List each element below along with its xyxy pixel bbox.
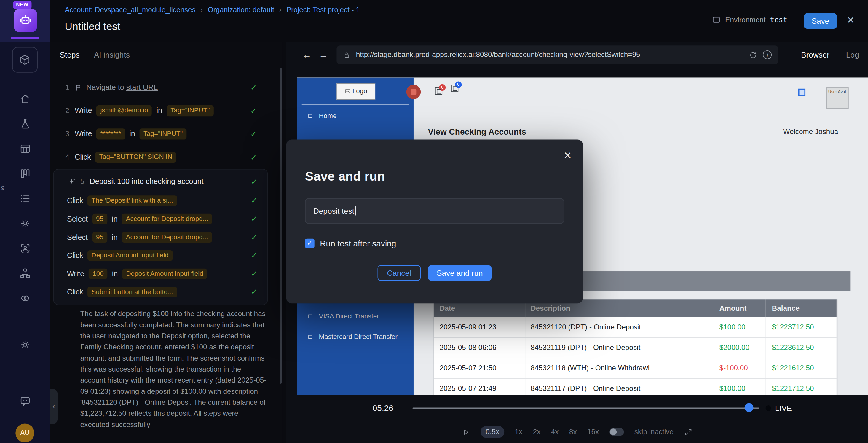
- sidebar-item-experiments[interactable]: [12, 112, 38, 135]
- environment-selector[interactable]: Environment test: [712, 16, 787, 25]
- start-url-link[interactable]: start URL: [126, 83, 158, 92]
- flag-icon: [75, 84, 82, 91]
- bullet-icon: [308, 335, 312, 339]
- table-row: 2025-05-08 06:06845321119 (DPT) - Online…: [434, 338, 837, 358]
- environment-value: test: [770, 16, 787, 25]
- step-row[interactable]: 4ClickTag="BUTTON" SIGN IN✓: [50, 147, 282, 168]
- run-after-saving-checkbox[interactable]: ✓: [305, 239, 314, 248]
- blue-square-icon[interactable]: [798, 89, 805, 96]
- tab-browser[interactable]: Browser: [801, 50, 830, 60]
- table-cell: $100.00: [714, 379, 766, 395]
- sidebar-item-admin-settings[interactable]: [12, 333, 38, 356]
- save-button[interactable]: Save: [804, 13, 837, 29]
- timeline-thumb[interactable]: [745, 403, 753, 412]
- reload-icon[interactable]: [749, 51, 757, 59]
- panel-collapse-handle[interactable]: ‹: [50, 389, 58, 424]
- step-row[interactable]: ClickThe 'Deposit' link with a si...✓: [54, 191, 268, 210]
- save-and-run-button[interactable]: Save and run: [428, 265, 492, 281]
- expand-icon[interactable]: [684, 428, 692, 436]
- tab-ai-insights[interactable]: AI insights: [94, 50, 130, 60]
- speed-option[interactable]: 1x: [515, 427, 523, 437]
- url-bar[interactable]: http://stage.dbank.prod-apps.relicx.ai:8…: [337, 46, 778, 64]
- breadcrumb-link-project[interactable]: Project: Test project - 1: [286, 6, 360, 15]
- step-row[interactable]: Select95inAccount for Deposit dropd...✓: [54, 228, 268, 246]
- flask-icon: [19, 118, 31, 129]
- sidebar-item-home[interactable]: [12, 87, 38, 110]
- step-target-badge: Tag="BUTTON" SIGN IN: [95, 152, 176, 163]
- sidebar-item-modules[interactable]: [12, 47, 38, 72]
- stop-recording-button[interactable]: [406, 85, 421, 99]
- app-logo[interactable]: [14, 9, 37, 32]
- speed-option[interactable]: 0.5x: [481, 425, 504, 438]
- steps-scrollbar[interactable]: [280, 68, 282, 384]
- step-success-check-icon: ✓: [250, 152, 257, 162]
- sidebar-item-runs[interactable]: [12, 187, 38, 209]
- step-row[interactable]: ClickDeposit Amount input field✓: [54, 246, 268, 265]
- table-row: 2025-05-07 21:49845321117 (DPT) - Online…: [434, 379, 837, 395]
- skip-inactive-toggle[interactable]: [610, 428, 624, 436]
- bank-table-header-cell: Amount: [714, 299, 766, 317]
- step-row[interactable]: Select95inAccount for Deposit dropd...✓: [54, 210, 268, 228]
- bank-nav-home[interactable]: Home: [308, 112, 337, 120]
- forward-icon[interactable]: →: [319, 49, 329, 61]
- play-icon[interactable]: [462, 428, 470, 436]
- breadcrumb-link-account[interactable]: Account: Devspace_all_module_licenses: [65, 6, 195, 15]
- user-scan-icon: [19, 242, 31, 254]
- bank-nav-visa-transfer[interactable]: VISA Direct Transfer: [308, 312, 379, 321]
- step-group-header[interactable]: 5Deposit 100 into checking account✓: [54, 172, 268, 191]
- step-action-word: Click: [67, 196, 83, 206]
- step-row[interactable]: Write100inDeposit Amount input field✓: [54, 265, 268, 283]
- step-group: 5Deposit 100 into checking account✓Click…: [53, 169, 268, 305]
- sidebar-item-boards[interactable]: [12, 162, 38, 184]
- step-action-word: Click: [67, 250, 83, 260]
- sidebar-item-support[interactable]: [12, 390, 38, 412]
- toggle-knob: [610, 429, 617, 435]
- step-success-check-icon: ✓: [251, 250, 257, 261]
- step-row[interactable]: 3Write********inTag="INPUT"✓: [50, 123, 282, 144]
- step-target-badge: Tag="INPUT": [140, 129, 186, 140]
- step-target-badge: Account for Deposit dropd...: [122, 213, 212, 225]
- step-action-word: in: [129, 129, 135, 139]
- tab-log[interactable]: Log: [846, 50, 859, 60]
- table-cell: $-100.00: [714, 358, 766, 378]
- tab-steps[interactable]: Steps: [60, 50, 80, 60]
- test-name-input[interactable]: Deposit test: [305, 198, 564, 224]
- user-avatar[interactable]: AU: [16, 424, 34, 442]
- window-icon[interactable]: 0: [451, 85, 458, 92]
- speed-option[interactable]: 2x: [533, 427, 541, 437]
- sidebar-item-integrations[interactable]: [12, 287, 38, 309]
- step-action-word: Write: [67, 269, 84, 279]
- step-number: 5: [80, 177, 85, 186]
- modal-close-icon[interactable]: ✕: [563, 149, 572, 163]
- close-icon[interactable]: ✕: [847, 15, 855, 26]
- step-row[interactable]: 2Writejsmith@demo.ioinTag="INPUT"✓: [50, 100, 282, 121]
- skip-inactive-label: skip inactive: [634, 427, 674, 437]
- step-row[interactable]: ClickSubmit button at the botto...✓: [54, 283, 268, 301]
- speed-option[interactable]: 4x: [551, 427, 559, 437]
- link-icon: [19, 292, 31, 304]
- chat-icon: [19, 395, 31, 407]
- sidebar-item-workflows[interactable]: [12, 262, 38, 284]
- bank-logo-alt-text: Logo: [352, 87, 367, 96]
- step-row[interactable]: 1Navigate to start URL✓: [50, 77, 282, 98]
- sidebar-item-data-tables[interactable]: [12, 137, 38, 159]
- bank-user-avatar-broken-image[interactable]: User Avat: [827, 87, 849, 109]
- bank-page-title: View Checking Accounts: [428, 126, 526, 137]
- speed-option[interactable]: 8x: [569, 427, 577, 437]
- url-text[interactable]: http://stage.dbank.prod-apps.relicx.ai:8…: [356, 50, 743, 60]
- hierarchy-icon: [19, 267, 31, 279]
- bank-nav-mastercard-transfer[interactable]: Mastercard Direct Transfer: [308, 333, 398, 341]
- back-icon[interactable]: ←: [302, 49, 312, 61]
- step-target-badge: jsmith@demo.io: [96, 105, 152, 116]
- sidebar-item-user-sessions[interactable]: [12, 237, 38, 259]
- breadcrumb-link-organization[interactable]: Organization: default: [208, 6, 274, 15]
- info-icon[interactable]: i: [763, 51, 772, 59]
- timeline-track[interactable]: [412, 407, 760, 409]
- speed-option[interactable]: 16x: [587, 427, 599, 437]
- gear-icon: [19, 217, 31, 229]
- step-action-word: Write: [75, 106, 92, 116]
- window-icon[interactable]: 0: [435, 87, 442, 95]
- cancel-button[interactable]: Cancel: [377, 265, 421, 281]
- sidebar-item-settings[interactable]: [12, 212, 38, 234]
- count-badge-blue: 0: [455, 82, 462, 88]
